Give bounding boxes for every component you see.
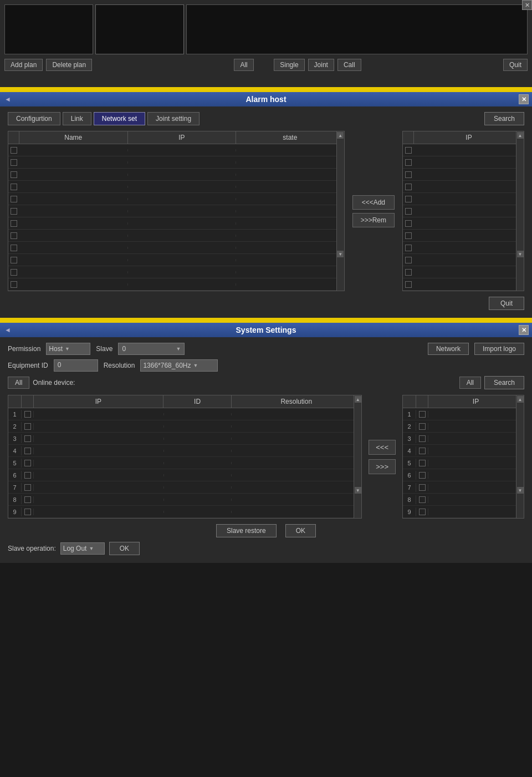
right-all-button[interactable]: All xyxy=(459,377,481,389)
scroll-down-icon[interactable]: ▼ xyxy=(355,487,361,494)
row-checkbox[interactable] xyxy=(419,448,426,454)
row-checkbox[interactable] xyxy=(405,257,412,263)
slave-input[interactable]: 0 ▼ xyxy=(118,343,185,355)
system-settings-close-btn[interactable]: ✕ xyxy=(519,325,529,335)
row-checkbox[interactable] xyxy=(419,423,426,430)
alarm-two-panel: Name IP state ▲ xyxy=(8,131,524,291)
right-device-row: 6 xyxy=(403,469,524,481)
scroll-up-icon[interactable]: ▲ xyxy=(517,396,524,403)
scrollbar-left[interactable]: ▲ ▼ xyxy=(336,131,344,291)
row-checkbox[interactable] xyxy=(419,509,426,515)
row-checkbox[interactable] xyxy=(11,184,17,190)
rem-button[interactable]: >>>Rem xyxy=(352,213,395,227)
row-checkbox[interactable] xyxy=(11,281,17,288)
right-device-row: 3 xyxy=(403,433,524,445)
permission-dropdown[interactable]: Host ▼ xyxy=(46,343,90,355)
ok-button[interactable]: OK xyxy=(285,524,316,537)
row-checkbox[interactable] xyxy=(24,472,31,479)
row-checkbox[interactable] xyxy=(11,269,17,276)
tab-link[interactable]: Link xyxy=(63,112,91,125)
add-button[interactable]: <<<Add xyxy=(352,195,395,210)
row-checkbox[interactable] xyxy=(11,147,17,154)
alarm-quit-button[interactable]: Quit xyxy=(489,297,524,310)
row-checkbox[interactable] xyxy=(419,472,426,479)
row-checkbox[interactable] xyxy=(24,423,31,430)
row-checkbox[interactable] xyxy=(24,509,31,515)
tab-network-set[interactable]: Network set xyxy=(94,112,145,125)
row-checkbox[interactable] xyxy=(24,484,31,491)
row-checkbox[interactable] xyxy=(419,460,426,466)
row-checkbox[interactable] xyxy=(24,448,31,454)
scrollbar-device-right[interactable]: ▲ ▼ xyxy=(516,395,524,518)
single-button[interactable]: Single xyxy=(274,59,304,71)
row-checkbox[interactable] xyxy=(24,460,31,466)
add-plan-button[interactable]: Add plan xyxy=(4,59,43,71)
col-check xyxy=(22,395,34,408)
alarm-left-row xyxy=(8,242,344,254)
row-checkbox[interactable] xyxy=(405,281,412,288)
scroll-down-icon[interactable]: ▼ xyxy=(337,251,344,257)
row-checkbox[interactable] xyxy=(24,411,31,418)
alarm-left-panel: Name IP state ▲ xyxy=(8,131,345,291)
row-checkbox[interactable] xyxy=(419,435,426,442)
row-checkbox[interactable] xyxy=(11,196,17,202)
slave-op-ok-button[interactable]: OK xyxy=(109,542,140,555)
scroll-down-icon[interactable]: ▼ xyxy=(517,487,524,494)
quit-button-1[interactable]: Quit xyxy=(503,59,528,71)
sys-search-button[interactable]: Search xyxy=(484,376,524,389)
row-checkbox[interactable] xyxy=(11,208,17,215)
all-devices-button[interactable]: All xyxy=(8,377,29,389)
row-checkbox[interactable] xyxy=(11,159,17,166)
row-checkbox[interactable] xyxy=(405,184,412,190)
tab-joint-setting[interactable]: Joint setting xyxy=(147,112,200,125)
transfer-left-button[interactable]: <<< xyxy=(369,440,396,455)
alarm-left-row xyxy=(8,205,344,217)
bottom-actions: Slave restore OK xyxy=(8,524,524,537)
row-checkbox[interactable] xyxy=(11,232,17,239)
row-checkbox[interactable] xyxy=(11,171,17,178)
transfer-right-button[interactable]: >>> xyxy=(369,459,396,474)
row-checkbox[interactable] xyxy=(24,435,31,442)
slave-op-dropdown[interactable]: Log Out ▼ xyxy=(60,542,105,555)
slave-label: Slave xyxy=(96,345,112,353)
alarm-dialog-close-btn[interactable]: ✕ xyxy=(519,94,529,104)
scroll-up-icon[interactable]: ▲ xyxy=(355,396,361,403)
slave-restore-button[interactable]: Slave restore xyxy=(216,524,277,537)
alarm-col-ip: IP xyxy=(128,131,237,144)
equipment-id-input[interactable]: 0 xyxy=(54,359,98,372)
scroll-up-icon[interactable]: ▲ xyxy=(337,132,344,139)
row-checkbox[interactable] xyxy=(419,496,426,503)
scroll-up-icon[interactable]: ▲ xyxy=(517,132,524,139)
row-checkbox[interactable] xyxy=(11,257,17,263)
import-logo-button[interactable]: Import logo xyxy=(474,343,524,355)
tab-configuration[interactable]: Configurtion xyxy=(8,112,60,125)
row-checkbox[interactable] xyxy=(405,159,412,166)
device-left-header: IP ID Resolution xyxy=(8,395,361,408)
delete-plan-button[interactable]: Delete plan xyxy=(46,59,92,71)
alarm-right-row xyxy=(403,242,524,254)
alarm-search-button[interactable]: Search xyxy=(484,112,524,125)
row-checkbox[interactable] xyxy=(24,496,31,503)
row-checkbox[interactable] xyxy=(405,171,412,178)
row-checkbox[interactable] xyxy=(405,208,412,215)
row-checkbox[interactable] xyxy=(11,245,17,251)
row-checkbox[interactable] xyxy=(405,245,412,251)
row-checkbox[interactable] xyxy=(405,220,412,227)
network-button[interactable]: Network xyxy=(428,343,469,355)
call-button[interactable]: Call xyxy=(337,59,361,71)
row-checkbox[interactable] xyxy=(419,411,426,418)
row-checkbox[interactable] xyxy=(405,269,412,276)
scrollbar-device-left[interactable]: ▲ ▼ xyxy=(354,395,361,518)
close-btn-top[interactable]: ✕ xyxy=(522,0,532,10)
scrollbar-right[interactable]: ▲ ▼ xyxy=(516,131,524,291)
resolution-dropdown[interactable]: 1366*768_60Hz ▼ xyxy=(140,359,218,372)
row-checkbox[interactable] xyxy=(11,220,17,227)
alarm-right-row xyxy=(403,266,524,278)
row-checkbox[interactable] xyxy=(405,232,412,239)
joint-button[interactable]: Joint xyxy=(308,59,334,71)
row-checkbox[interactable] xyxy=(405,147,412,154)
row-checkbox[interactable] xyxy=(405,196,412,202)
scroll-down-icon[interactable]: ▼ xyxy=(517,251,524,257)
row-checkbox[interactable] xyxy=(419,484,426,491)
all-button-1[interactable]: All xyxy=(234,59,253,71)
